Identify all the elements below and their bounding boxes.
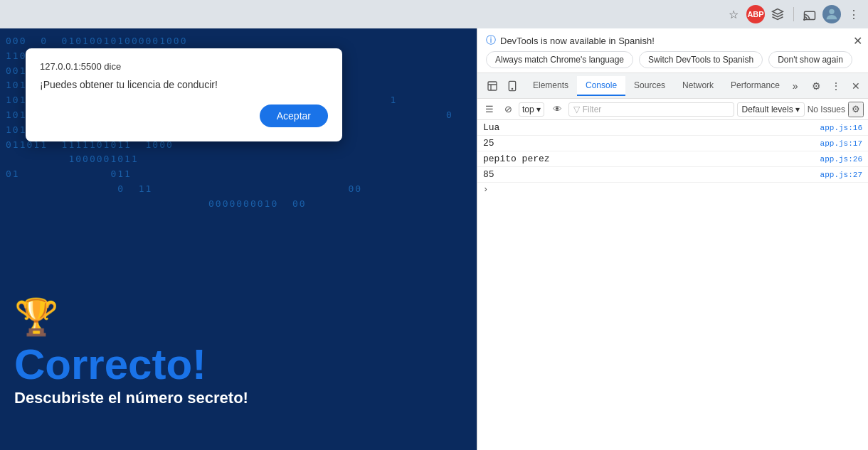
svg-rect-3 [488,82,497,90]
sidebar-toggle-icon[interactable]: ☰ [482,102,497,117]
user-avatar[interactable] [822,5,841,23]
console-value-lua: Lua [483,122,499,133]
notif-text: DevTools is now available in Spanish! [500,36,655,46]
svg-point-2 [829,9,834,14]
trophy-area: 🏆 Correcto! Descubriste el número secret… [14,296,248,407]
console-row-85: 85 app.js:27 [477,167,868,183]
console-toolbar: ☰ ⊘ top ▾ 👁 ▽ Filter Default levels ▾ No… [477,99,868,120]
abp-label: ABP [747,10,763,18]
info-icon: ⓘ [486,34,496,47]
chrome-menu-icon[interactable]: ⋮ [845,6,862,23]
console-value-25: 25 [483,138,494,149]
console-link-25[interactable]: app.js:17 [820,139,862,148]
console-value-85: 85 [483,169,494,180]
issues-settings-icon[interactable]: ⚙ [848,102,864,117]
dialog-title: 127.0.0.1:5500 dice [40,61,328,72]
toolbar-icons-right: ☆ ABP ⋮ [725,5,862,23]
abp-icon[interactable]: ABP [746,5,765,23]
svg-point-5 [512,88,512,89]
correcto-text: Correcto! [14,343,248,386]
context-value: top [522,105,534,114]
tab-console[interactable]: Console [577,76,625,96]
cast-icon[interactable] [801,6,818,23]
console-row-25: 25 app.js:17 [477,136,868,151]
notif-buttons: Always match Chrome's language Switch De… [486,51,859,68]
console-link-lua[interactable]: app.js:16 [820,124,862,132]
console-row-lua: Lua app.js:16 [477,120,868,136]
notification-close-button[interactable]: ✕ [853,34,862,48]
no-issues-label: No Issues [808,105,845,114]
context-chevron: ▾ [536,105,541,114]
dont-show-button[interactable]: Don't show again [768,51,852,68]
console-row-pepito: pepito perez app.js:26 [477,151,868,167]
levels-chevron: ▾ [795,105,800,114]
svg-point-1 [804,19,805,21]
context-selector[interactable]: top ▾ [519,102,544,117]
devtools-settings-icon[interactable]: ⚙ [807,77,825,95]
default-levels-label: Default levels [742,105,793,114]
clear-console-icon[interactable]: ⊘ [500,102,516,117]
devtools-notification: ⓘ DevTools is now available in Spanish! … [477,28,868,73]
accept-button[interactable]: Aceptar [260,105,328,127]
devtools-tab-right: ⚙ ⋮ ✕ [807,77,865,95]
devtools-tabs: Elements Console Sources Network Perform… [477,73,868,99]
filter-input-box[interactable]: ▽ Filter [568,102,734,117]
alert-dialog: 127.0.0.1:5500 dice ¡Puedes obtener tu l… [26,48,342,141]
extensions-icon[interactable] [769,6,786,23]
devtools-panel: ⓘ DevTools is now available in Spanish! … [477,28,868,450]
tab-performance[interactable]: Performance [722,76,788,96]
browser-content: 000 0 010100101000001000 110100000 00111… [0,28,868,450]
switch-spanish-button[interactable]: Switch DevTools to Spanish [639,51,763,68]
devtools-close-icon[interactable]: ✕ [847,77,865,95]
tab-sources[interactable]: Sources [625,76,674,96]
tab-elements[interactable]: Elements [524,76,577,96]
webpage: 000 0 010100101000001000 110100000 00111… [0,28,477,450]
trophy-icon: 🏆 [14,296,248,338]
browser-toolbar: ☆ ABP ⋮ [0,0,868,28]
console-link-pepito[interactable]: app.js:26 [820,155,862,164]
browser-frame: ☆ ABP ⋮ [0,0,868,450]
more-tabs-icon[interactable]: » [788,77,803,95]
devtools-left-icons [480,77,524,95]
inspect-element-icon[interactable] [483,77,502,95]
log-levels-selector[interactable]: Default levels ▾ [737,102,805,117]
device-toolbar-icon[interactable] [503,77,522,95]
console-output: Lua app.js:16 25 app.js:17 pepito perez … [477,120,868,450]
dialog-message: ¡Puedes obtener tu licencia de conducir! [40,79,328,90]
console-value-pepito: pepito perez [483,154,550,164]
console-expand-arrow[interactable]: › [477,183,868,197]
eye-icon[interactable]: 👁 [550,102,566,117]
devtools-more-icon[interactable]: ⋮ [827,77,845,95]
tab-network[interactable]: Network [674,76,722,96]
notif-title: ⓘ DevTools is now available in Spanish! [486,34,859,47]
console-link-85[interactable]: app.js:27 [820,171,862,179]
filter-icon: ▽ [573,105,580,114]
filter-placeholder: Filter [583,105,602,114]
secreto-text: Descubriste el número secreto! [14,389,248,407]
match-language-button[interactable]: Always match Chrome's language [486,51,633,68]
toolbar-divider [793,7,794,21]
star-icon[interactable]: ☆ [725,6,742,23]
